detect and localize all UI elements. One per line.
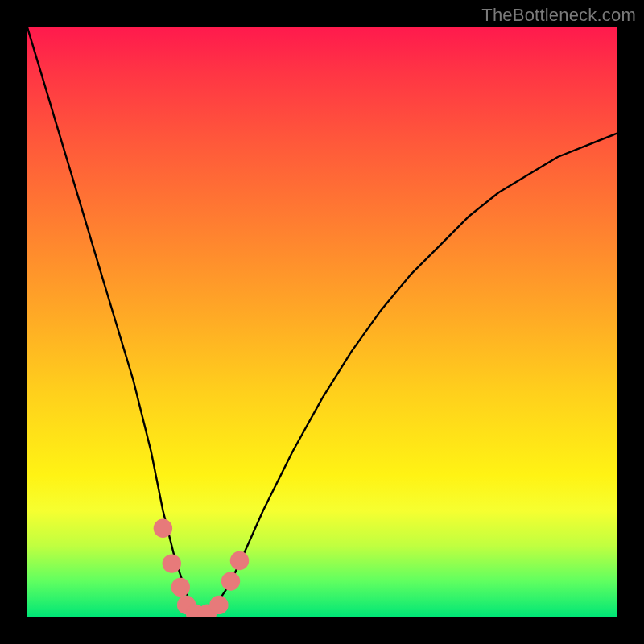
watermark-text: TheBottleneck.com [481,5,636,26]
plot-area [27,27,617,617]
curve-marker [221,572,240,590]
curve-marker [163,554,181,572]
curve-marker [154,519,172,538]
curve-marker [230,551,249,570]
marker-group [154,519,250,617]
curve-marker [209,596,228,614]
curve-svg [27,27,617,617]
bottleneck-curve-path [27,27,617,617]
curve-marker [171,578,190,597]
chart-container: TheBottleneck.com [0,0,644,644]
bottleneck-curve [27,27,617,617]
